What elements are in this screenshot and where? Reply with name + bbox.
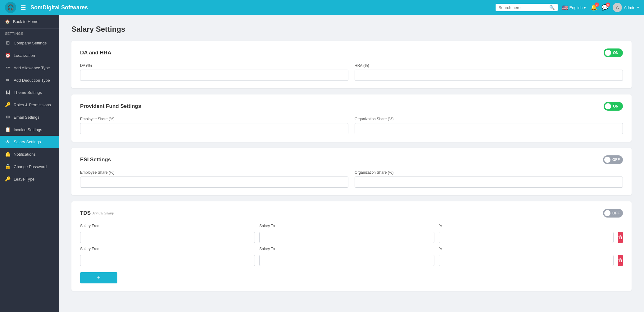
email-icon: ✉ — [5, 114, 11, 120]
company-icon: ⊞ — [5, 40, 11, 46]
language-selector[interactable]: 🇺🇸 English ▾ — [562, 5, 586, 11]
percent-label-1: % — [439, 224, 614, 228]
sidebar-item-localization[interactable]: ⏰ Localization — [0, 49, 59, 62]
chat-badge: 5 — [606, 2, 610, 7]
pf-fields: Employee Share (%) Organization Share (%… — [80, 117, 623, 134]
esi-employee-field-group: Employee Share (%) — [80, 170, 348, 188]
avatar: A — [613, 3, 622, 12]
notifications-icon: 🔔 — [5, 151, 11, 157]
top-navigation: 🎧 ☰ SomDigital Softwares 🔍 🇺🇸 English ▾ … — [0, 0, 644, 15]
sidebar-item-label: Salary Settings — [14, 140, 41, 144]
tds-salary-from-1-input[interactable] — [80, 232, 255, 243]
allowance-icon: ✏ — [5, 65, 11, 71]
pf-employee-input[interactable] — [80, 123, 348, 134]
sidebar-item-label: Company Settings — [14, 41, 47, 45]
da-hra-toggle[interactable]: ON — [604, 48, 623, 57]
sidebar-item-label: Theme Settings — [14, 90, 42, 95]
invoice-icon: 📋 — [5, 127, 11, 132]
da-hra-toggle-container: ON — [604, 48, 623, 57]
toggle-circle — [604, 157, 610, 163]
back-label: Back to Home — [13, 19, 39, 24]
app-title: SomDigital Softwares — [30, 4, 496, 11]
tds-salary-to-2-input[interactable] — [259, 255, 434, 266]
esi-toggle[interactable]: OFF — [603, 155, 623, 164]
tds-salary-from-2-input[interactable] — [80, 255, 255, 266]
da-hra-header: DA and HRA ON — [80, 48, 623, 57]
main-content: Salary Settings DA and HRA ON DA (%) — [59, 15, 644, 312]
sidebar-item-email[interactable]: ✉ Email Settings — [0, 111, 59, 123]
tds-section: TDS Annual Salary OFF Salary From Sa — [71, 201, 632, 291]
toggle-label: OFF — [612, 211, 620, 215]
da-hra-title: DA and HRA — [80, 50, 111, 56]
sidebar-item-label: Roles & Permissions — [14, 103, 51, 107]
salary-from-label-1: Salary From — [80, 224, 255, 228]
sidebar-item-salary[interactable]: 👁 Salary Settings — [0, 136, 59, 148]
toggle-label: ON — [613, 51, 619, 55]
da-hra-fields: DA (%) HRA (%) — [80, 63, 623, 81]
tds-percent-2-input[interactable] — [439, 255, 614, 266]
sidebar-item-password[interactable]: 🔒 Change Password — [0, 160, 59, 173]
sidebar-item-label: Add Deduction Type — [14, 78, 50, 83]
tds-toggle-container: OFF — [603, 209, 623, 218]
da-label: DA (%) — [80, 63, 348, 68]
tds-salary-to-1-group: Salary To — [259, 224, 434, 243]
sidebar-back-to-home[interactable]: 🏠 Back to Home — [0, 15, 59, 29]
sidebar-item-deduction[interactable]: ✏ Add Deduction Type — [0, 74, 59, 86]
pf-toggle-container: ON — [604, 102, 623, 111]
user-menu-button[interactable]: A Admin ▾ — [613, 3, 639, 12]
notification-button[interactable]: 🔔 3 — [590, 4, 597, 11]
tds-delete-2-container: 🗑 — [618, 248, 623, 266]
sidebar-item-label: Localization — [14, 53, 35, 58]
chat-button[interactable]: 💬 5 — [601, 4, 608, 11]
sidebar-item-label: Invoice Settings — [14, 127, 42, 132]
sidebar-item-invoice[interactable]: 📋 Invoice Settings — [0, 123, 59, 136]
pf-employee-label: Employee Share (%) — [80, 117, 348, 121]
pf-org-input[interactable] — [355, 123, 623, 134]
sidebar-item-theme[interactable]: 🖼 Theme Settings — [0, 86, 59, 99]
admin-chevron-icon: ▾ — [637, 6, 639, 10]
esi-org-input[interactable] — [355, 177, 623, 188]
password-icon: 🔒 — [5, 164, 11, 169]
tds-delete-1-container: 🗑 — [618, 225, 623, 243]
tds-row-1: Salary From Salary To % 🗑 — [80, 224, 623, 243]
tds-toggle[interactable]: OFF — [603, 209, 623, 218]
search-input[interactable] — [499, 5, 547, 10]
pf-toggle[interactable]: ON — [604, 102, 623, 111]
topnav-right-section: 🔍 🇺🇸 English ▾ 🔔 3 💬 5 A Admin ▾ — [496, 3, 639, 12]
sidebar-item-allowance[interactable]: ✏ Add Allowance Type — [0, 62, 59, 74]
language-label: English — [569, 5, 583, 10]
esi-header: ESI Settings OFF — [80, 155, 623, 164]
tds-salary-to-1-input[interactable] — [259, 232, 434, 243]
search-box: 🔍 — [496, 4, 558, 11]
esi-employee-input[interactable] — [80, 177, 348, 188]
salary-from-label-2: Salary From — [80, 247, 255, 251]
sidebar-item-roles[interactable]: 🔑 Roles & Permissions — [0, 99, 59, 111]
deduction-icon: ✏ — [5, 77, 11, 83]
tds-subtitle: Annual Salary — [93, 211, 114, 215]
tds-add-button[interactable]: + — [80, 272, 117, 283]
tds-percent-1-input[interactable] — [439, 232, 614, 243]
localization-icon: ⏰ — [5, 53, 11, 58]
tds-delete-1-button[interactable]: 🗑 — [618, 232, 623, 243]
toggle-circle — [605, 103, 611, 109]
sidebar-item-label: Change Password — [14, 164, 47, 169]
esi-employee-label: Employee Share (%) — [80, 170, 348, 175]
hamburger-button[interactable]: ☰ — [20, 4, 26, 11]
tds-add-container: + — [80, 270, 623, 283]
hra-input[interactable] — [355, 70, 623, 81]
notification-badge: 3 — [595, 2, 599, 7]
sidebar-item-notifications[interactable]: 🔔 Notifications — [0, 148, 59, 160]
sidebar-item-label: Notifications — [14, 152, 36, 157]
tds-delete-2-button[interactable]: 🗑 — [618, 255, 623, 266]
home-icon: 🏠 — [5, 19, 10, 24]
da-hra-section: DA and HRA ON DA (%) HRA (%) — [71, 41, 632, 88]
da-input[interactable] — [80, 70, 348, 81]
toggle-label: OFF — [612, 158, 620, 162]
toggle-circle — [604, 210, 610, 216]
sidebar-item-company[interactable]: ⊞ Company Settings — [0, 37, 59, 49]
esi-org-label: Organization Share (%) — [355, 170, 623, 175]
main-layout: 🏠 Back to Home Settings ⊞ Company Settin… — [0, 15, 644, 312]
sidebar-item-leave[interactable]: 🔑 Leave Type — [0, 173, 59, 185]
tds-title-row: TDS Annual Salary — [80, 210, 114, 216]
provident-fund-section: Provident Fund Settings ON Employee Shar… — [71, 94, 632, 142]
